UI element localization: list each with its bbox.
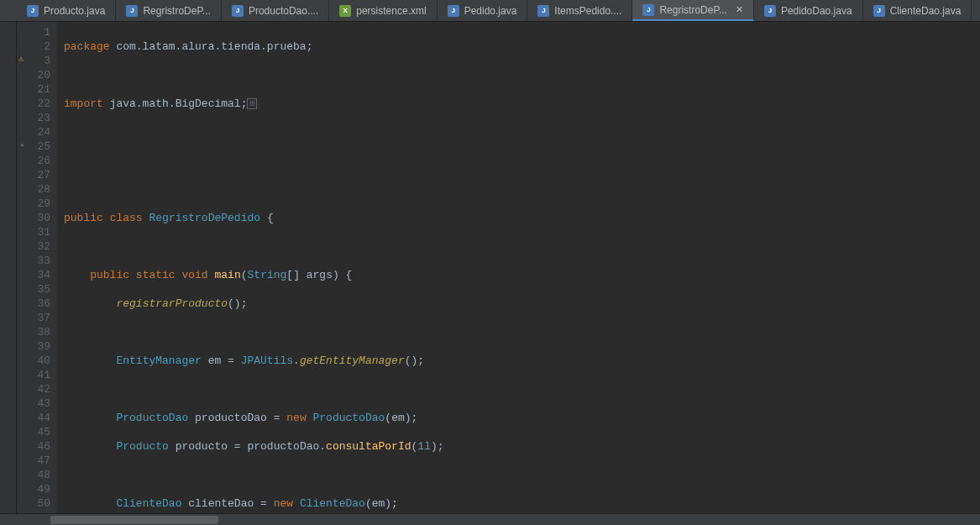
tab-label: PedidoDao.java xyxy=(781,5,852,17)
tab-productodao[interactable]: JProductoDao.... xyxy=(222,0,329,21)
java-icon: J xyxy=(27,5,39,17)
tab-pedido[interactable]: JPedido.java xyxy=(438,0,528,21)
java-icon: J xyxy=(642,4,654,16)
java-icon: J xyxy=(537,5,549,17)
tab-registro-active[interactable]: JRegristroDeP...✕ xyxy=(632,0,753,21)
tab-producto[interactable]: JProducto.java xyxy=(17,0,116,21)
java-icon: J xyxy=(764,5,776,17)
tab-label: ProductoDao.... xyxy=(249,5,318,17)
tab-clientedao[interactable]: JClienteDao.java xyxy=(863,0,972,21)
gutter-marks xyxy=(17,22,32,513)
tab-label: Producto.java xyxy=(44,5,105,17)
code-area[interactable]: 1232021222324252627282930313233343536373… xyxy=(17,22,980,513)
tab-label: ClienteDao.java xyxy=(890,5,962,17)
close-icon[interactable]: ✕ xyxy=(736,4,743,15)
tab-label: RegristroDeP... xyxy=(143,5,210,17)
tab-bar: JProducto.java JRegristroDeP... JProduct… xyxy=(0,0,980,22)
horizontal-scrollbar[interactable] xyxy=(0,513,980,525)
tab-label: ItemsPedido.... xyxy=(554,5,621,17)
tab-itemspedido[interactable]: JItemsPedido.... xyxy=(527,0,632,21)
tab-pedidodao[interactable]: JPedidoDao.java xyxy=(754,0,863,21)
java-icon: J xyxy=(873,5,885,17)
code-content[interactable]: package com.latam.alura.tienda.prueba; i… xyxy=(57,22,483,513)
editor: 1232021222324252627282930313233343536373… xyxy=(0,22,980,513)
xml-icon: X xyxy=(339,5,351,17)
fold-icon[interactable]: ⊞ xyxy=(247,98,257,109)
scrollbar-thumb[interactable] xyxy=(50,516,218,524)
java-icon: J xyxy=(126,5,138,17)
java-icon: J xyxy=(448,5,459,17)
java-icon: J xyxy=(232,5,244,17)
tab-label: persistence.xml xyxy=(356,5,426,17)
left-ruler xyxy=(0,22,17,513)
line-numbers: 1232021222324252627282930313233343536373… xyxy=(32,22,57,513)
tab-registro1[interactable]: JRegristroDeP... xyxy=(116,0,221,21)
tab-label: Pedido.java xyxy=(464,5,517,17)
tab-label: RegristroDeP... xyxy=(659,4,726,16)
tab-persistence[interactable]: Xpersistence.xml xyxy=(329,0,437,21)
